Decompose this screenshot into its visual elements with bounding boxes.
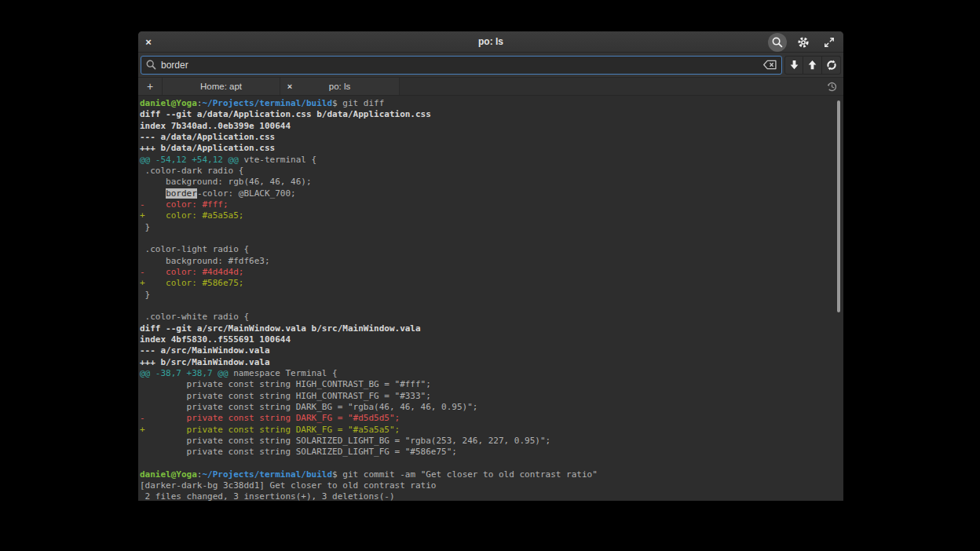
terminal-line: private const string SOLARIZED_LIGHT_BG … (140, 436, 843, 447)
search-input-value: border (161, 60, 759, 71)
tab-bar: + Home: apt × po: ls (138, 78, 843, 96)
terminal-line: - private const string DARK_FG = "#d5d5d… (140, 413, 843, 424)
terminal-line: --- a/data/Application.css (140, 132, 843, 143)
search-previous-button[interactable] (803, 56, 822, 75)
terminal-line: --- a/src/MainWindow.vala (140, 345, 843, 356)
terminal-output[interactable]: daniel@Yoga:~/Projects/terminal/build$ g… (138, 96, 843, 501)
terminal-window: × po: ls (138, 31, 843, 501)
terminal-line: .color-light radio { (140, 244, 843, 255)
new-tab-button[interactable]: + (138, 78, 162, 95)
tab-label: Home: apt (200, 82, 242, 91)
tab-bar-filler (400, 78, 843, 95)
terminal-line: } (140, 222, 843, 233)
terminal-line: index 7b340ad..0eb399e 100644 (140, 121, 843, 132)
history-icon[interactable] (826, 81, 838, 93)
search-icon (771, 36, 784, 49)
terminal-line: daniel@Yoga:~/Projects/terminal/build$ g… (140, 98, 843, 109)
terminal-line: .color-white radio { (140, 312, 843, 323)
tab-po-ls[interactable]: × po: ls (280, 78, 400, 95)
clear-search-icon[interactable] (762, 60, 777, 70)
terminal-line: private const string HIGH_CONTRAST_BG = … (140, 379, 843, 390)
window-title: po: ls (138, 36, 843, 47)
terminal-line: - color: #fff; (140, 199, 843, 210)
gear-icon (797, 36, 810, 49)
wrap-around-icon (825, 59, 838, 71)
arrow-up-icon (806, 59, 818, 71)
terminal-line: + color: #586e75; (140, 278, 843, 289)
terminal-line: } (140, 290, 843, 301)
terminal-line: @@ -54,12 +54,12 @@ vte-terminal { (140, 155, 843, 166)
terminal-line: +++ b/src/MainWindow.vala (140, 357, 843, 368)
tab-home-apt[interactable]: Home: apt (162, 78, 280, 95)
search-wrap-button[interactable] (822, 56, 841, 75)
terminal-line: .color-dark radio { (140, 166, 843, 177)
search-bar: border (138, 53, 843, 78)
tab-close-icon[interactable]: × (280, 82, 299, 91)
terminal-line: background: rgb(46, 46, 46); (140, 177, 843, 188)
terminal-line: diff --git a/src/MainWindow.vala b/src/M… (140, 323, 843, 334)
settings-button[interactable] (794, 33, 813, 52)
terminal-line: [darker-dark-bg 3c38dd1] Get closer to o… (140, 480, 843, 491)
terminal-line: private const string DARK_BG = "rgba(46,… (140, 402, 843, 413)
terminal-line (140, 458, 843, 469)
terminal-line: + color: #a5a5a5; (140, 210, 843, 221)
terminal-line: + private const string DARK_FG = "#a5a5a… (140, 425, 843, 436)
terminal-line: 2 files changed, 3 insertions(+), 3 dele… (140, 491, 843, 501)
terminal-line: +++ b/data/Application.css (140, 143, 843, 154)
terminal-line: index 4bf5830..f555691 100644 (140, 334, 843, 345)
expand-icon (823, 36, 836, 49)
scrollbar-thumb[interactable] (837, 100, 840, 312)
fullscreen-button[interactable] (820, 33, 839, 52)
terminal-line: @@ -38,7 +38,7 @@ namespace Terminal { (140, 368, 843, 379)
terminal-line: border-color: @BLACK_700; (140, 188, 843, 199)
arrow-down-icon (788, 59, 800, 71)
search-icon (145, 59, 157, 71)
terminal-line: private const string SOLARIZED_LIGHT_FG … (140, 447, 843, 458)
terminal-line: daniel@Yoga:~/Projects/terminal/build$ g… (140, 469, 843, 480)
search-next-button[interactable] (784, 56, 803, 75)
titlebar[interactable]: × po: ls (138, 31, 843, 53)
terminal-line: private const string HIGH_CONTRAST_FG = … (140, 391, 843, 402)
terminal-line (140, 233, 843, 244)
search-input[interactable]: border (141, 56, 782, 75)
search-toggle-button[interactable] (768, 33, 787, 52)
terminal-line: - color: #4d4d4d; (140, 267, 843, 278)
terminal-line: diff --git a/data/Application.css b/data… (140, 109, 843, 120)
window-close-button[interactable]: × (138, 31, 159, 52)
terminal-line (140, 301, 843, 312)
terminal-line: background: #fdf6e3; (140, 256, 843, 267)
